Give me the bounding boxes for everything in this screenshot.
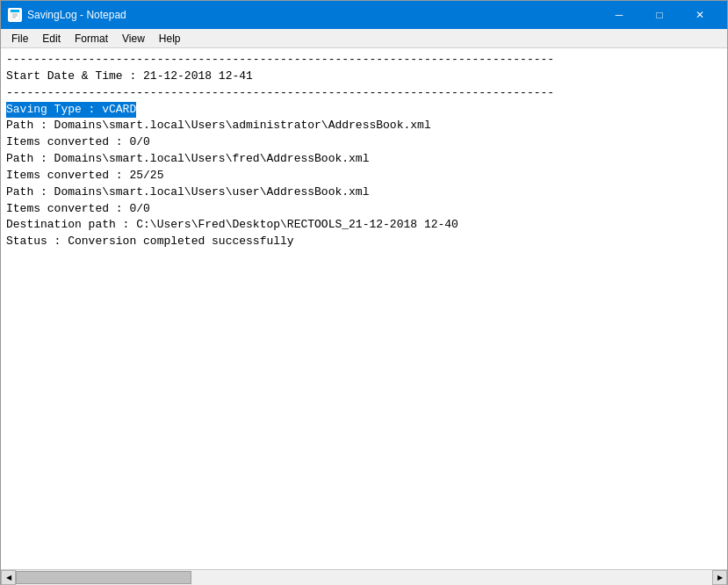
menu-edit[interactable]: Edit	[35, 31, 68, 47]
content-area[interactable]: ----------------------------------------…	[1, 48, 727, 569]
menu-format[interactable]: Format	[68, 31, 115, 47]
horizontal-scrollbar[interactable]: ◀ ▶	[1, 569, 727, 584]
svg-rect-1	[11, 10, 19, 12]
scroll-left-button[interactable]: ◀	[1, 570, 16, 585]
scroll-right-button[interactable]: ▶	[712, 570, 727, 585]
notepad-window: SavingLog - Notepad ─ □ ✕ File Edit Form…	[0, 0, 728, 585]
scrollbar-thumb[interactable]	[16, 571, 191, 584]
title-bar: SavingLog - Notepad ─ □ ✕	[1, 1, 727, 29]
menu-bar: File Edit Format View Help	[1, 29, 727, 48]
menu-view[interactable]: View	[115, 31, 152, 47]
menu-file[interactable]: File	[4, 31, 35, 47]
window-controls: ─ □ ✕	[599, 1, 720, 29]
close-button[interactable]: ✕	[680, 1, 720, 29]
window-title: SavingLog - Notepad	[27, 9, 599, 21]
minimize-button[interactable]: ─	[599, 1, 639, 29]
text-editor[interactable]: ----------------------------------------…	[1, 48, 727, 569]
scrollbar-track[interactable]	[16, 570, 712, 585]
maximize-button[interactable]: □	[639, 1, 680, 29]
notepad-icon	[8, 8, 22, 22]
menu-help[interactable]: Help	[152, 31, 188, 47]
